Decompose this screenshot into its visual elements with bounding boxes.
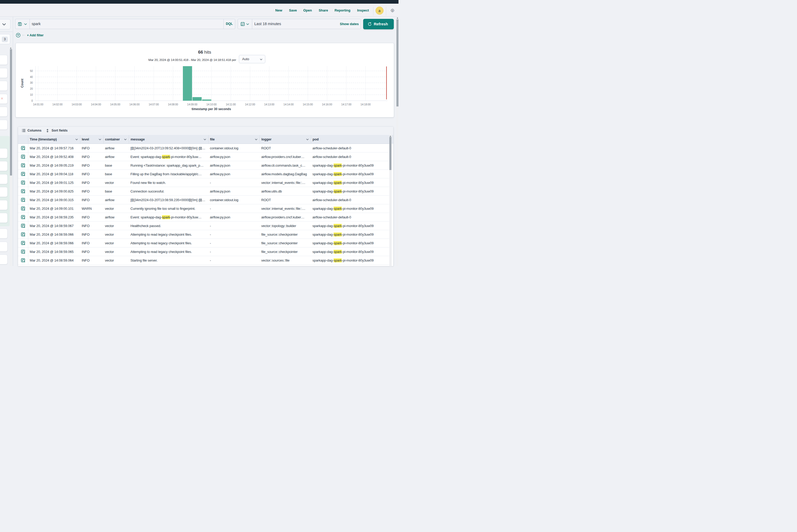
svg-text:14:10:00: 14:10:00: [206, 103, 216, 106]
svg-text:timestamp per 30 seconds: timestamp per 30 seconds: [191, 107, 231, 111]
svg-text:14:18:00: 14:18:00: [360, 103, 371, 106]
svg-text:40: 40: [30, 76, 33, 78]
svg-text:14:04:00: 14:04:00: [91, 103, 101, 106]
svg-text:10: 10: [30, 93, 33, 96]
svg-text:14:03:00: 14:03:00: [71, 103, 82, 106]
svg-text:14:15:00: 14:15:00: [302, 103, 313, 106]
svg-text:14:09:00: 14:09:00: [187, 103, 197, 106]
svg-text:14:01:00: 14:01:00: [33, 103, 43, 106]
svg-text:14:07:00: 14:07:00: [149, 103, 159, 106]
svg-text:0: 0: [31, 99, 33, 102]
svg-text:14:16:00: 14:16:00: [322, 103, 332, 106]
svg-text:Count: Count: [20, 79, 24, 88]
svg-text:14:06:00: 14:06:00: [129, 103, 140, 106]
svg-text:14:14:00: 14:14:00: [283, 103, 294, 106]
svg-text:50: 50: [30, 70, 33, 73]
svg-text:20: 20: [30, 87, 33, 90]
svg-text:14:13:00: 14:13:00: [264, 103, 274, 106]
svg-text:14:08:00: 14:08:00: [168, 103, 178, 106]
svg-text:14:02:00: 14:02:00: [52, 103, 62, 106]
svg-text:14:12:00: 14:12:00: [245, 103, 255, 106]
svg-text:14:11:00: 14:11:00: [225, 103, 236, 106]
svg-text:30: 30: [30, 81, 33, 84]
svg-text:14:17:00: 14:17:00: [341, 103, 351, 106]
svg-text:14:05:00: 14:05:00: [110, 103, 120, 106]
